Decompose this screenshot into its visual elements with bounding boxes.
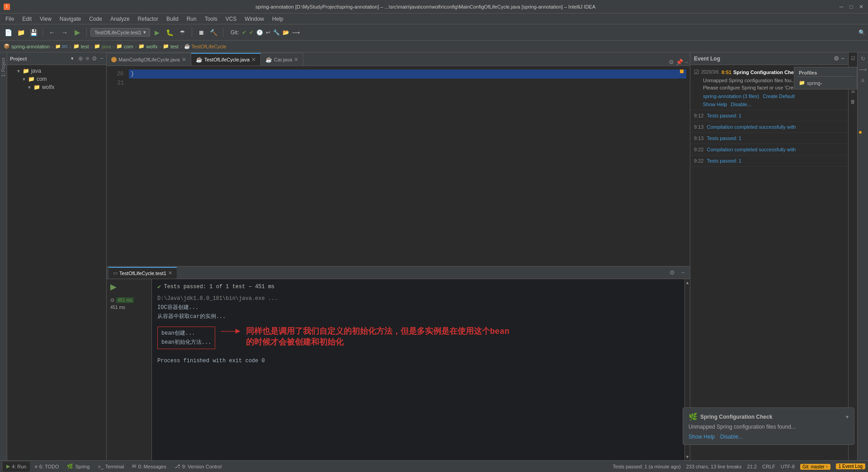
- run-green-button[interactable]: ▶: [72, 27, 83, 38]
- menu-navigate[interactable]: Navigate: [56, 15, 85, 23]
- menu-window[interactable]: Window: [241, 15, 268, 23]
- project-panel-gear[interactable]: ⚙: [92, 55, 97, 62]
- run-tab-testoflifecycle[interactable]: ▭ TestOfLifeCycle.test1 ✕: [108, 267, 177, 279]
- bc-src[interactable]: 📁 src: [55, 44, 68, 49]
- editor-content[interactable]: 20 } 21: [107, 66, 690, 266]
- new-button[interactable]: 📄: [3, 27, 14, 38]
- notif-expand-icon[interactable]: ▾: [846, 414, 849, 420]
- bottom-tab-spring[interactable]: 🌿 Spring: [63, 462, 93, 472]
- tree-com[interactable]: ▼ 📁 com: [7, 75, 106, 83]
- profile-item-spring[interactable]: 📁 spring-: [796, 79, 855, 87]
- event-tests-passed-922[interactable]: Tests passed: 1: [707, 158, 741, 164]
- menu-run[interactable]: Run: [183, 15, 200, 23]
- maximize-button[interactable]: □: [848, 4, 854, 10]
- menu-build[interactable]: Build: [163, 15, 182, 23]
- project-label[interactable]: 1: Project: [1, 56, 6, 79]
- run-minimize-button[interactable]: −: [678, 268, 688, 278]
- bc-java[interactable]: 📁 java: [94, 43, 111, 49]
- tab-car[interactable]: ☕ Car.java ✕: [261, 53, 303, 65]
- run-play-icon[interactable]: ▶: [110, 282, 117, 292]
- close-button[interactable]: ✕: [858, 4, 864, 10]
- coverage-button[interactable]: ☂: [177, 27, 188, 38]
- bc-test2[interactable]: 📁 test: [163, 43, 179, 49]
- event-checkbox-icon[interactable]: ☑: [694, 69, 699, 76]
- tab-close-car[interactable]: ✕: [294, 56, 298, 63]
- menu-analyze[interactable]: Analyze: [107, 15, 133, 23]
- forward-button[interactable]: →: [59, 27, 70, 38]
- toolbar-separator-1: [42, 28, 43, 37]
- menu-edit[interactable]: Edit: [19, 15, 35, 23]
- run-button[interactable]: ▶: [152, 27, 163, 38]
- event-log-badge[interactable]: 1 Event Log: [836, 463, 865, 469]
- menu-refactor[interactable]: Refactor: [134, 15, 162, 23]
- git-wrench-icon[interactable]: 🔧: [273, 29, 280, 36]
- menu-view[interactable]: View: [36, 15, 55, 23]
- stop-button[interactable]: ⏹: [196, 27, 207, 38]
- save-all-button[interactable]: 💾: [28, 27, 39, 38]
- editor-settings-icon[interactable]: ⚙: [669, 59, 674, 65]
- project-panel-title: Project: [10, 56, 68, 61]
- tree-java[interactable]: ▼ 📁 java: [7, 67, 106, 75]
- event-tests-passed-912[interactable]: Tests passed: 1: [707, 113, 741, 118]
- run-btn-play[interactable]: ▶: [108, 281, 150, 293]
- event-compile-link-922[interactable]: Compilation completed successfully with: [707, 147, 796, 152]
- run-tab-close[interactable]: ✕: [168, 270, 172, 276]
- bc-spring-annotation[interactable]: 📦 spring-annotation: [4, 43, 50, 49]
- el-icon-check[interactable]: ☑: [849, 54, 857, 62]
- menu-file[interactable]: File: [2, 15, 18, 23]
- el-icon-delete[interactable]: 🗑: [849, 98, 857, 106]
- run-config-dropdown[interactable]: TestOfLifeCycle.test1 ▾: [90, 28, 150, 37]
- bottom-tab-version-control[interactable]: ⎇ 9: Version Control: [171, 462, 225, 472]
- tab-close-test-lifecycle[interactable]: ✕: [251, 56, 256, 63]
- event-log-minimize-icon[interactable]: −: [841, 55, 844, 62]
- notif-show-help-link[interactable]: Show Help: [689, 434, 715, 440]
- event-tests-passed-913[interactable]: Tests passed: 1: [707, 136, 741, 141]
- editor-pin-icon[interactable]: 📌: [676, 59, 683, 65]
- event-log-content[interactable]: ☑ 2020/3/6 8:51 Spring Configuration Che…: [690, 65, 848, 460]
- menu-help[interactable]: Help: [269, 15, 287, 23]
- bc-wolfx[interactable]: 📁 wolfx: [138, 43, 157, 49]
- toolbar-search-button[interactable]: 🔍: [859, 29, 865, 36]
- event-link-spring-annotation[interactable]: spring-annotation (3 files): [703, 93, 759, 100]
- search-icon[interactable]: 🔍: [859, 29, 865, 36]
- scroll-up-icon[interactable]: ▲: [685, 280, 690, 285]
- event-link-disable-1[interactable]: Disable...: [731, 101, 751, 108]
- bottom-tab-todo[interactable]: ≡ 6: TODO: [31, 462, 62, 472]
- menu-code[interactable]: Code: [85, 15, 106, 23]
- bottom-tab-run[interactable]: ▶ 4: Run: [3, 462, 30, 472]
- project-panel-minus[interactable]: −: [100, 55, 104, 62]
- notif-disable-link[interactable]: Disable...: [720, 434, 743, 440]
- tab-close-main-config[interactable]: ✕: [182, 56, 186, 63]
- debug-button[interactable]: 🐛: [165, 27, 175, 38]
- bottom-tab-terminal[interactable]: >_ Terminal: [94, 462, 127, 472]
- run-output[interactable]: ✔ Tests passed: 1 of 1 test – 451 ms D:\…: [152, 279, 684, 460]
- open-button[interactable]: 📁: [15, 27, 26, 38]
- minimize-button[interactable]: ─: [838, 4, 844, 10]
- event-link-show-help[interactable]: Show Help: [703, 101, 727, 108]
- back-button[interactable]: ←: [47, 27, 57, 38]
- scroll-down-icon[interactable]: ▼: [685, 454, 690, 459]
- event-link-create-default[interactable]: Create Default: [763, 93, 795, 100]
- bc-test[interactable]: 📁 test: [73, 43, 89, 49]
- menu-vcs[interactable]: VCS: [222, 15, 241, 23]
- bc-testoflifecycle[interactable]: ☕ TestOfLifeCycle: [184, 43, 226, 49]
- build-button[interactable]: 🔨: [208, 27, 219, 38]
- project-panel-icon2[interactable]: ≡: [86, 55, 90, 62]
- tab-test-lifecycle[interactable]: ☕ TestOfLifeCycle.java ✕: [191, 53, 261, 65]
- project-panel-dropdown[interactable]: ▾: [71, 56, 74, 61]
- run-settings-button[interactable]: ⚙: [667, 268, 677, 278]
- project-panel-icon1[interactable]: ⊕: [78, 55, 83, 62]
- editor-minimize-icon[interactable]: −: [685, 59, 688, 65]
- event-log-settings-icon[interactable]: ⚙: [834, 55, 839, 62]
- menu-tools[interactable]: Tools: [201, 15, 221, 23]
- git-folder-icon[interactable]: 📂: [283, 29, 289, 36]
- tab-main-config[interactable]: MainConfigOfLifeCycle.java ✕: [107, 53, 191, 65]
- tree-wolfx[interactable]: ▼ 📁 wolfx: [7, 83, 106, 91]
- bottom-tab-messages[interactable]: ✉ 0: Messages: [128, 462, 170, 472]
- git-share-icon[interactable]: ⟶: [292, 29, 300, 36]
- right-sb-icon-2[interactable]: ⟶: [859, 65, 868, 74]
- right-sb-icon-3[interactable]: ≡: [859, 76, 868, 85]
- bc-com[interactable]: 📁 com: [116, 43, 133, 49]
- event-compile-link-913[interactable]: Compilation completed successfully with: [707, 124, 796, 130]
- right-sb-refresh-icon[interactable]: ↻: [859, 54, 868, 63]
